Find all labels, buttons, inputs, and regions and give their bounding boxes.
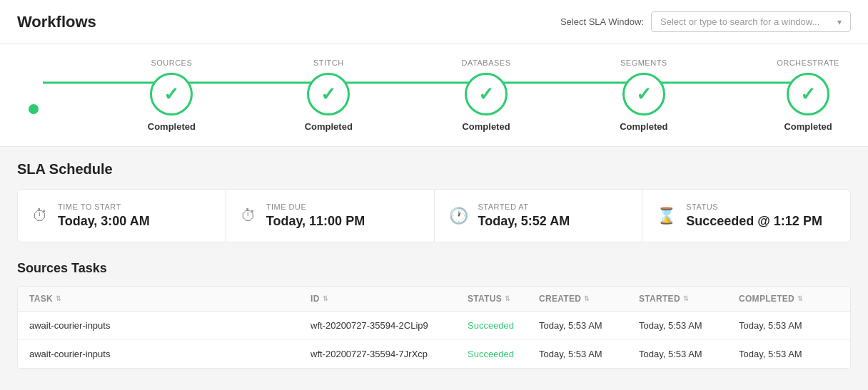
- sla-started-at-value: Today, 5:52 AM: [478, 214, 570, 229]
- step-segments: SEGMENTS ✓ Completed: [620, 58, 667, 132]
- sla-card-time-due: ⏱ TIME DUE Today, 11:00 PM: [226, 190, 435, 242]
- chevron-down-icon: ▾: [837, 17, 842, 27]
- hourglass-icon: ⌛: [657, 207, 676, 225]
- step-stitch-circle: ✓: [307, 73, 350, 116]
- sla-time-due-value: Today, 11:00 PM: [266, 214, 365, 229]
- cell-task: await-courier-inputs: [29, 320, 311, 331]
- step-start-dot: [29, 104, 39, 114]
- check-icon: ✓: [800, 83, 816, 106]
- cell-id: wft-20200727-35594-7JrXcp: [311, 349, 468, 359]
- step-orchestrate-label: ORCHESTRATE: [777, 58, 839, 67]
- sla-started-at-label: STARTED AT: [478, 202, 570, 211]
- table-header: TASK ⇅ ID ⇅ STATUS ⇅ CREATED ⇅ STARTED: [18, 287, 850, 312]
- timer-icon: ⏱: [241, 207, 256, 225]
- step-stitch-label: STITCH: [313, 58, 344, 67]
- check-icon: ✓: [636, 83, 652, 106]
- sort-icon[interactable]: ⇅: [797, 295, 803, 302]
- sort-icon[interactable]: ⇅: [323, 295, 328, 302]
- check-icon: ✓: [478, 83, 494, 106]
- step-segments-circle: ✓: [622, 73, 665, 116]
- step-stitch-status: Completed: [305, 121, 353, 132]
- cell-started: Today, 5:53 AM: [639, 320, 739, 331]
- step-sources-status: Completed: [148, 121, 196, 132]
- step-databases-label: DATABASES: [462, 58, 511, 67]
- step-sources: SOURCES ✓ Completed: [148, 58, 196, 132]
- sla-time-to-start-label: TIME TO START: [58, 202, 150, 211]
- cell-id: wft-20200727-35594-2CLip9: [311, 320, 468, 331]
- step-databases-status: Completed: [462, 121, 510, 132]
- step-segments-label: SEGMENTS: [620, 58, 667, 67]
- col-status: STATUS ⇅: [468, 294, 539, 304]
- check-icon: ✓: [163, 83, 179, 106]
- sla-time-due-label: TIME DUE: [266, 202, 365, 211]
- sla-section: SLA Schedule ⏱ TIME TO START Today, 3:00…: [0, 147, 868, 250]
- cell-completed: Today, 5:53 AM: [739, 320, 839, 331]
- cell-completed: Today, 5:53 AM: [739, 349, 839, 359]
- step-stitch: STITCH ✓ Completed: [305, 58, 353, 132]
- table-row: await-courier-inputs wft-20200727-35594-…: [18, 340, 850, 368]
- tasks-section: Sources Tasks TASK ⇅ ID ⇅ STATUS ⇅ CREAT…: [0, 250, 868, 369]
- step-sources-circle: ✓: [150, 73, 193, 116]
- col-started: STARTED ⇅: [639, 294, 739, 304]
- sla-card-status: ⌛ STATUS Succeeded @ 1:12 PM: [642, 190, 850, 242]
- cell-created: Today, 5:53 AM: [539, 349, 639, 359]
- sla-window-dropdown[interactable]: Select or type to search for a window...…: [651, 11, 851, 32]
- step-orchestrate-circle: ✓: [787, 73, 829, 116]
- cell-started: Today, 5:53 AM: [639, 349, 739, 359]
- workflow-section: SOURCES ✓ Completed STITCH ✓ Completed D…: [0, 44, 868, 147]
- sort-icon[interactable]: ⇅: [56, 295, 61, 302]
- col-task: TASK ⇅: [29, 294, 311, 304]
- sla-status-label: STATUS: [686, 202, 822, 211]
- clock-icon: 🕐: [449, 207, 468, 225]
- sla-window-label: Select SLA Window:: [560, 16, 644, 27]
- sla-window-placeholder: Select or type to search for a window...: [660, 16, 819, 27]
- col-created: CREATED ⇅: [539, 294, 639, 304]
- sla-time-to-start-value: Today, 3:00 AM: [58, 214, 150, 229]
- cell-created: Today, 5:53 AM: [539, 320, 639, 331]
- page-title: Workflows: [17, 13, 96, 31]
- col-id: ID ⇅: [311, 294, 468, 304]
- step-orchestrate-status: Completed: [784, 121, 832, 132]
- sort-icon[interactable]: ⇅: [584, 295, 590, 302]
- step-orchestrate: ORCHESTRATE ✓ Completed: [777, 58, 839, 132]
- step-segments-status: Completed: [620, 121, 667, 132]
- sort-icon[interactable]: ⇅: [683, 295, 689, 302]
- table-row: await-courier-inputs wft-20200727-35594-…: [18, 312, 850, 340]
- cell-status: Succeeded: [468, 349, 539, 359]
- step-sources-label: SOURCES: [151, 58, 192, 67]
- sla-card-time-to-start: ⏱ TIME TO START Today, 3:00 AM: [18, 190, 226, 242]
- tasks-title: Sources Tasks: [17, 261, 851, 276]
- check-icon: ✓: [321, 83, 336, 106]
- page: Workflows Select SLA Window: Select or t…: [0, 0, 868, 390]
- col-completed: COMPLETED ⇅: [739, 294, 839, 304]
- cell-status: Succeeded: [468, 320, 539, 331]
- steps-container: SOURCES ✓ Completed STITCH ✓ Completed D…: [29, 58, 839, 132]
- step-databases: DATABASES ✓ Completed: [462, 58, 511, 132]
- sla-title: SLA Schedule: [17, 161, 851, 178]
- timer-icon: ⏱: [32, 207, 48, 225]
- cell-task: await-courier-inputs: [29, 349, 311, 359]
- sort-icon[interactable]: ⇅: [505, 295, 510, 302]
- step-databases-circle: ✓: [465, 73, 508, 116]
- header: Workflows Select SLA Window: Select or t…: [0, 0, 868, 44]
- sla-cards: ⏱ TIME TO START Today, 3:00 AM ⏱ TIME DU…: [17, 189, 851, 242]
- sla-card-started-at: 🕐 STARTED AT Today, 5:52 AM: [435, 190, 643, 242]
- sla-status-value: Succeeded @ 1:12 PM: [686, 214, 822, 229]
- tasks-table: TASK ⇅ ID ⇅ STATUS ⇅ CREATED ⇅ STARTED: [17, 286, 851, 369]
